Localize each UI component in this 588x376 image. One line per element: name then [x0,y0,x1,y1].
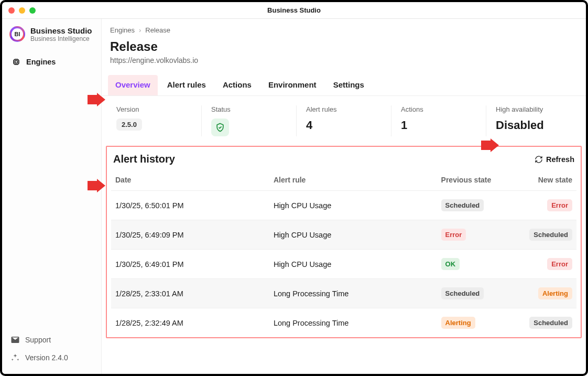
chip-icon [12,57,21,67]
window-zoom-button[interactable] [29,7,36,14]
refresh-icon [535,155,543,164]
cell-date: 1/28/25, 2:33:01 AM [111,279,269,308]
cell-prev: Error [437,220,516,250]
status-badge: Error [547,199,572,211]
svg-rect-4 [15,61,18,63]
tab-settings[interactable]: Settings [326,75,372,95]
stats-row: Version 2.5.0 Status Alert rules 4 Actio… [102,96,586,146]
stat-value: Disabled [496,119,571,132]
brand-logo-icon [9,26,25,42]
cell-date: 1/30/25, 6:49:01 PM [111,250,269,279]
svg-rect-3 [14,60,19,65]
sidebar-item-label: Support [25,336,51,344]
stat-label: Version [116,105,192,113]
cell-rule: Long Processing Time [269,279,437,308]
status-badge: Scheduled [441,199,484,211]
sparkle-icon [10,353,20,362]
status-badge: OK [441,258,460,270]
page-title: Release [110,39,578,54]
col-new: New state [516,169,576,191]
stat-high-availability: High availability Disabled [486,105,581,136]
cell-date: 1/30/25, 6:49:09 PM [111,220,269,250]
sidebar-item-label: Engines [26,58,56,66]
cell-prev: Scheduled [437,191,516,220]
chevron-right-icon: › [139,26,141,34]
cell-new: Error [516,191,576,220]
cell-rule: High CPU Usage [269,250,437,279]
stat-alert-rules: Alert rules 4 [297,105,391,136]
table-row[interactable]: 1/30/25, 6:49:09 PMHigh CPU UsageErrorSc… [111,220,576,250]
table-row[interactable]: 1/28/25, 2:32:49 AMLong Processing TimeA… [111,308,576,338]
col-date: Date [111,169,269,191]
cell-new: Error [516,250,576,279]
mail-icon [10,335,20,345]
sidebar-item-version[interactable]: Version 2.4.0 [2,349,101,367]
stat-actions: Actions 1 [391,105,486,136]
status-badge: Scheduled [529,229,572,241]
status-badge: Alerting [538,287,572,299]
status-badge: Scheduled [441,287,484,299]
sidebar-item-engines[interactable]: Engines [6,53,97,71]
cell-prev: Alerting [437,308,516,338]
status-badge: Scheduled [529,317,572,329]
brand: Business Studio Business Intelligence [2,19,101,48]
cell-new: Alerting [516,279,576,308]
breadcrumb-root[interactable]: Engines [110,26,135,34]
refresh-label: Refresh [546,155,574,164]
cell-new: Scheduled [516,308,576,338]
cell-rule: Long Processing Time [269,308,437,338]
shield-check-icon [211,119,229,136]
sidebar-item-label: Version 2.4.0 [25,353,68,362]
cell-rule: High CPU Usage [269,220,437,250]
tab-environment[interactable]: Environment [261,75,324,95]
brand-subtitle: Business Intelligence [30,35,92,42]
breadcrumb: Engines › Release [102,19,586,37]
tab-alert-rules[interactable]: Alert rules [160,75,213,95]
titlebar: Business Studio [2,2,586,19]
alert-history-title: Alert history [113,153,175,165]
stat-value: 4 [306,119,382,132]
col-rule: Alert rule [269,169,437,191]
cell-new: Scheduled [516,220,576,250]
window-minimize-button[interactable] [19,7,25,14]
alert-history-panel: Alert history Refresh Date Alert rule Pr… [106,146,582,338]
stat-label: Actions [401,105,476,113]
brand-title: Business Studio [30,26,92,35]
table-row[interactable]: 1/28/25, 2:33:01 AMLong Processing TimeS… [111,279,576,308]
stat-value: 1 [401,119,476,132]
stat-version: Version 2.5.0 [107,105,202,136]
status-badge: Error [547,258,572,270]
sidebar-item-support[interactable]: Support [2,331,101,349]
window-title: Business Studio [2,6,586,14]
tabs: Overview Alert rules Actions Environment… [102,70,586,96]
stat-status: Status [202,105,297,136]
cell-rule: High CPU Usage [269,191,437,220]
cell-date: 1/28/25, 2:32:49 AM [111,308,269,338]
stat-label: High availability [496,105,571,113]
refresh-button[interactable]: Refresh [535,155,574,164]
col-prev: Previous state [437,169,516,191]
tab-actions[interactable]: Actions [215,75,259,95]
status-badge: Error [441,229,466,241]
stat-label: Alert rules [306,105,382,113]
tab-overview[interactable]: Overview [108,75,158,95]
sidebar: Business Studio Business Intelligence En… [2,19,102,374]
table-row[interactable]: 1/30/25, 6:49:01 PMHigh CPU UsageOKError [111,250,576,279]
page-url: https://engine.volkovlabs.io [110,56,578,65]
breadcrumb-leaf: Release [145,26,170,34]
window-close-button[interactable] [8,7,15,14]
stat-label: Status [211,105,287,113]
version-badge: 2.5.0 [116,119,142,131]
table-row[interactable]: 1/30/25, 6:50:01 PMHigh CPU UsageSchedul… [111,191,576,220]
main-content: Engines › Release Release https://engine… [102,19,586,374]
alert-history-table: Date Alert rule Previous state New state… [111,169,576,337]
status-badge: Alerting [441,317,475,329]
cell-prev: OK [437,250,516,279]
cell-prev: Scheduled [437,279,516,308]
cell-date: 1/30/25, 6:50:01 PM [111,191,269,220]
